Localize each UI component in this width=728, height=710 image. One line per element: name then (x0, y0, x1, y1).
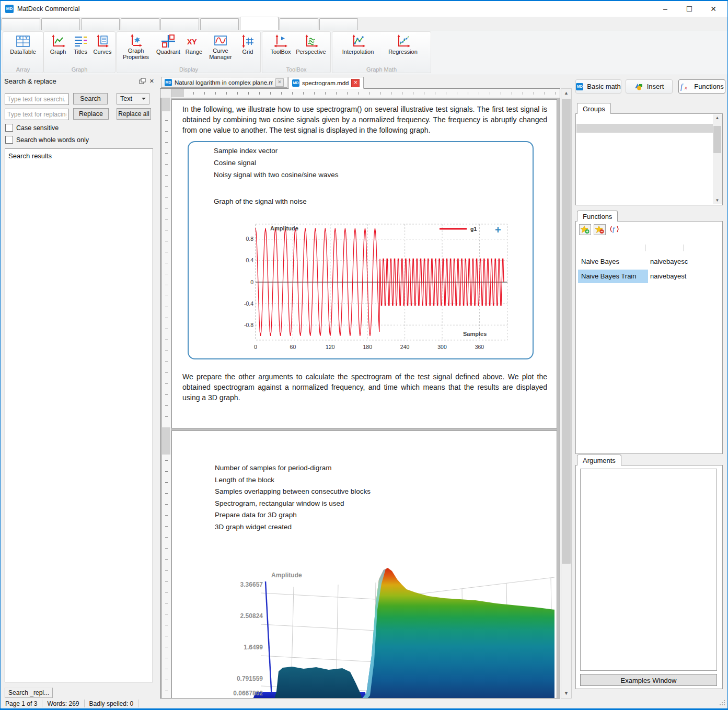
paragraph[interactable]: We prepare the other arguments to calcul… (182, 371, 547, 403)
ribbon-button-titles[interactable]: Titles (70, 34, 91, 55)
groups-tab[interactable]: Groups (577, 103, 611, 114)
group-list-item[interactable] (576, 115, 713, 124)
code-line[interactable]: Number of samples for period-digram (197, 463, 545, 472)
group-list-item[interactable] (576, 168, 713, 177)
examples-window-button[interactable]: Examples Window (580, 674, 717, 686)
code-line[interactable]: Spectrogram, rectangular window is used (197, 499, 545, 507)
menu-tab[interactable] (41, 18, 80, 30)
menu-tab[interactable] (280, 18, 318, 30)
checkbox-icon[interactable] (5, 136, 13, 144)
document-page-1[interactable]: In the following, we illustrate how to u… (171, 99, 557, 428)
code-line[interactable]: Graph of the signal with noise (196, 197, 533, 205)
group-list-item[interactable] (576, 195, 713, 204)
arguments-tab[interactable]: Arguments (577, 455, 621, 465)
svg-text:g1: g1 (470, 226, 477, 232)
code-line[interactable] (196, 185, 533, 193)
scrollbar-thumb[interactable] (713, 126, 721, 153)
code-line[interactable]: Prepare data for 3D graph (197, 510, 545, 519)
svg-text:2.50824: 2.50824 (240, 612, 263, 620)
paragraph[interactable]: In the following, we illustrate how to u… (182, 104, 547, 135)
document-tab-2[interactable]: MD spectrogram.mdd ✕ (288, 77, 364, 89)
search-replace-bottom-tab[interactable]: Search _repl... (5, 688, 53, 698)
search-input[interactable] (5, 94, 69, 105)
whole-words-checkbox[interactable]: Search whole words only (5, 136, 89, 144)
scroll-down-icon[interactable]: ▼ (713, 197, 722, 204)
function-row[interactable]: Naive Bayes Train naivebayest (578, 270, 712, 284)
ribbon-button-regression[interactable]: Regression (383, 34, 423, 55)
scrollbar-thumb[interactable] (562, 99, 571, 564)
code-line[interactable]: Noisy signal with two cosine/sine waves (196, 170, 533, 179)
search-button[interactable]: Search (73, 93, 108, 104)
group-list-item[interactable] (576, 133, 713, 142)
minimize-button[interactable]: – (653, 1, 677, 17)
tab-close-icon[interactable]: ✕ (275, 78, 284, 87)
ribbon-button-range[interactable]: XY Range (183, 34, 205, 55)
math-code-block-2[interactable]: Number of samples for period-digram Leng… (190, 463, 545, 534)
svg-text:300: 300 (437, 344, 447, 350)
ribbon-button-curves[interactable]: Curves (91, 34, 114, 55)
insert-button[interactable]: Insert (626, 79, 673, 94)
spectrogram-3d-chart[interactable]: Amplitude 3.366572.508241.64990.7915590.… (224, 562, 557, 699)
arguments-box: Arguments Examples Window (575, 455, 723, 689)
ribbon-button-quadrant[interactable]: Quadrant (154, 34, 183, 55)
menu-tab[interactable] (319, 18, 358, 30)
group-list-item[interactable] (576, 150, 713, 159)
basic-math-button[interactable]: MD Basic math (575, 79, 621, 94)
scroll-up-icon[interactable]: ▲ (561, 89, 571, 98)
ribbon-button-curve-manager[interactable]: Curve Manager (205, 34, 236, 60)
ribbon-button-datatable[interactable]: X Y DataTable (6, 34, 40, 55)
document-tab-1[interactable]: MD Natural logarithm in complex plane.md… (161, 77, 287, 88)
graph-add-icon[interactable]: + (495, 224, 501, 236)
replace-input[interactable] (5, 109, 69, 120)
group-list-item[interactable] (576, 159, 713, 168)
code-line[interactable]: Length of the block (197, 475, 545, 484)
document-scrollbar[interactable]: ▲ ▼ (561, 88, 572, 699)
scroll-up-icon[interactable]: ▲ (713, 114, 722, 122)
menu-tab[interactable] (81, 18, 120, 30)
menu-tab[interactable] (160, 18, 199, 30)
ribbon-button-graph[interactable]: Graph (47, 34, 69, 55)
replace-all-button[interactable]: Replace all (117, 108, 151, 120)
search-results-list[interactable]: Search results (5, 148, 153, 682)
tab-close-icon[interactable]: ✕ (351, 79, 360, 87)
ribbon-button-toolbox[interactable]: ToolBox (267, 34, 295, 55)
resize-grip-icon[interactable] (719, 700, 725, 706)
groups-scrollbar[interactable]: ▲ ▼ (713, 114, 722, 204)
function-detail-button[interactable]: f (608, 224, 620, 235)
signal-chart[interactable]: 0601201802403003600.80.40-0.4-0.8Amplitu… (240, 219, 512, 354)
search-mode-dropdown[interactable]: Text (117, 93, 149, 104)
ribbon-button-grid[interactable]: Grid (238, 34, 257, 55)
function-row[interactable]: Naive Bayes Calculate naivebayesc (578, 255, 712, 269)
menu-tab[interactable] (2, 18, 40, 30)
functions-tab[interactable]: Functions (577, 211, 618, 222)
close-button[interactable]: ✕ (701, 1, 725, 17)
checkbox-icon[interactable] (5, 124, 13, 132)
code-line[interactable]: 3D graph widget created (197, 522, 545, 531)
group-list-item[interactable] (576, 124, 713, 133)
add-function-button[interactable] (579, 224, 591, 235)
group-list-item[interactable] (576, 186, 713, 195)
menu-tab[interactable] (200, 18, 239, 30)
code-line[interactable]: Cosine signal (196, 158, 533, 167)
ribbon-button-perspective[interactable]: Perspective (295, 34, 327, 55)
float-panel-icon[interactable] (139, 78, 146, 85)
mdd-file-icon: MD (292, 79, 299, 87)
code-line[interactable]: Samples overlapping between consecutive … (197, 487, 545, 495)
close-panel-icon[interactable]: ✕ (149, 78, 154, 85)
right-splitter[interactable] (572, 76, 575, 699)
scroll-down-icon[interactable]: ▼ (561, 689, 571, 698)
ribbon-button-interpolation[interactable]: Interpolation (338, 34, 378, 55)
group-list-item[interactable] (576, 142, 713, 150)
maximize-button[interactable]: ☐ (677, 1, 701, 17)
svg-text:360: 360 (475, 344, 484, 350)
menu-tab[interactable] (240, 17, 279, 30)
case-sensitive-checkbox[interactable]: Case sensitive (5, 124, 59, 132)
ribbon-button-graph-properties[interactable]: Graph Properties (120, 34, 152, 60)
menu-tab[interactable] (121, 18, 159, 30)
document-page-2[interactable]: Number of samples for period-digram Leng… (171, 430, 557, 699)
replace-button[interactable]: Replace (73, 108, 109, 120)
functions-button[interactable]: f x Functions (678, 79, 725, 94)
group-list-item[interactable] (576, 177, 713, 186)
code-line[interactable]: Sample index vector (196, 146, 533, 155)
remove-function-button[interactable] (594, 224, 606, 235)
